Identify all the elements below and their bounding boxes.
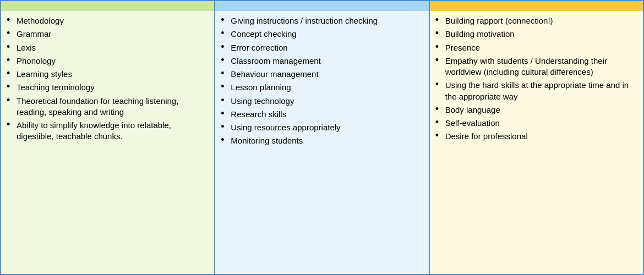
list-item: •Self-evaluation: [435, 118, 637, 129]
item-text: Building rapport (connection!): [445, 15, 637, 26]
column-1: •Methodology•Grammar•Lexis•Phonology•Lea…: [1, 11, 215, 274]
bullet-icon: •: [221, 28, 231, 39]
list-item: •Desire for professional: [435, 131, 637, 142]
bullet-icon: •: [435, 130, 445, 141]
bullet-icon: •: [7, 28, 17, 39]
list-item: •Empathy with students / Understanding t…: [435, 56, 637, 78]
item-text: Body language: [445, 105, 637, 116]
bullet-icon: •: [435, 15, 445, 26]
item-text: Giving instructions / instruction checki…: [231, 15, 423, 26]
list-item: •Ability to simplify knowledge into rela…: [7, 120, 209, 142]
item-text: Methodology: [17, 15, 209, 26]
bullet-icon: •: [7, 15, 17, 26]
item-text: Building motivation: [445, 29, 637, 40]
item-text: Grammar: [17, 29, 209, 40]
list-item: •Using resources appropriately: [221, 122, 423, 133]
item-text: Using the hard skills at the appropriate…: [445, 80, 637, 102]
bullet-icon: •: [435, 104, 445, 115]
list-item: •Learning styles: [7, 69, 209, 80]
list-item: •Classroom management: [221, 56, 423, 67]
list-item: •Building rapport (connection!): [435, 15, 637, 26]
column-2-list: •Giving instructions / instruction check…: [221, 15, 423, 147]
item-text: Using resources appropriately: [231, 122, 423, 133]
bullet-icon: •: [221, 68, 231, 79]
bullet-icon: •: [435, 55, 445, 66]
item-text: Classroom management: [231, 56, 423, 67]
list-item: •Lexis: [7, 42, 209, 53]
bullet-icon: •: [221, 42, 231, 53]
item-text: Self-evaluation: [445, 118, 637, 129]
bullet-icon: •: [435, 28, 445, 39]
list-item: •Monitoring students: [221, 135, 423, 146]
bullet-icon: •: [7, 119, 17, 130]
item-text: Monitoring students: [231, 135, 423, 146]
item-text: Teaching terminology: [17, 82, 209, 93]
bullet-icon: •: [435, 117, 445, 128]
list-item: •Giving instructions / instruction check…: [221, 15, 423, 26]
list-item: •Behaviour management: [221, 69, 423, 80]
list-item: •Building motivation: [435, 29, 637, 40]
bullet-icon: •: [221, 135, 231, 146]
bullet-icon: •: [7, 55, 17, 66]
bullet-icon: •: [221, 55, 231, 66]
item-text: Concept checking: [231, 29, 423, 40]
bullet-icon: •: [221, 15, 231, 26]
item-text: Learning styles: [17, 69, 209, 80]
list-item: •Concept checking: [221, 29, 423, 40]
list-item: •Error correction: [221, 42, 423, 53]
bullet-icon: •: [221, 81, 231, 92]
header-cell-3: [430, 1, 643, 11]
list-item: •Presence: [435, 42, 637, 53]
bullet-icon: •: [435, 79, 445, 90]
item-text: Behaviour management: [231, 69, 423, 80]
item-text: Error correction: [231, 42, 423, 53]
item-text: Lexis: [17, 42, 209, 53]
list-item: •Teaching terminology: [7, 82, 209, 93]
column-1-list: •Methodology•Grammar•Lexis•Phonology•Lea…: [7, 15, 209, 142]
column-3-list: •Building rapport (connection!)•Building…: [435, 15, 637, 142]
header-row: [1, 1, 643, 11]
list-item: •Methodology: [7, 15, 209, 26]
bullet-icon: •: [221, 108, 231, 119]
bullet-icon: •: [435, 42, 445, 53]
bullet-icon: •: [7, 95, 17, 106]
list-item: •Using the hard skills at the appropriat…: [435, 80, 637, 102]
column-2: •Giving instructions / instruction check…: [215, 11, 429, 274]
list-item: •Research skills: [221, 109, 423, 120]
bullet-icon: •: [221, 95, 231, 106]
item-text: Presence: [445, 42, 637, 53]
header-cell-2: [215, 1, 429, 11]
item-text: Ability to simplify knowledge into relat…: [17, 120, 209, 142]
list-item: •Lesson planning: [221, 82, 423, 93]
list-item: •Body language: [435, 105, 637, 116]
bullet-icon: •: [7, 42, 17, 53]
item-text: Theoretical foundation for teaching list…: [17, 96, 209, 118]
item-text: Desire for professional: [445, 131, 637, 142]
main-table: •Methodology•Grammar•Lexis•Phonology•Lea…: [0, 0, 644, 275]
item-text: Research skills: [231, 109, 423, 120]
bullet-icon: •: [7, 68, 17, 79]
bullet-icon: •: [221, 122, 231, 133]
item-text: Using technology: [231, 96, 423, 107]
list-item: •Theoretical foundation for teaching lis…: [7, 96, 209, 118]
list-item: •Using technology: [221, 96, 423, 107]
item-text: Lesson planning: [231, 82, 423, 93]
item-text: Phonology: [17, 56, 209, 67]
column-3: •Building rapport (connection!)•Building…: [430, 11, 643, 274]
header-cell-1: [1, 1, 215, 11]
list-item: •Phonology: [7, 56, 209, 67]
item-text: Empathy with students / Understanding th…: [445, 56, 637, 78]
content-row: •Methodology•Grammar•Lexis•Phonology•Lea…: [1, 11, 643, 274]
bullet-icon: •: [7, 81, 17, 92]
list-item: •Grammar: [7, 29, 209, 40]
